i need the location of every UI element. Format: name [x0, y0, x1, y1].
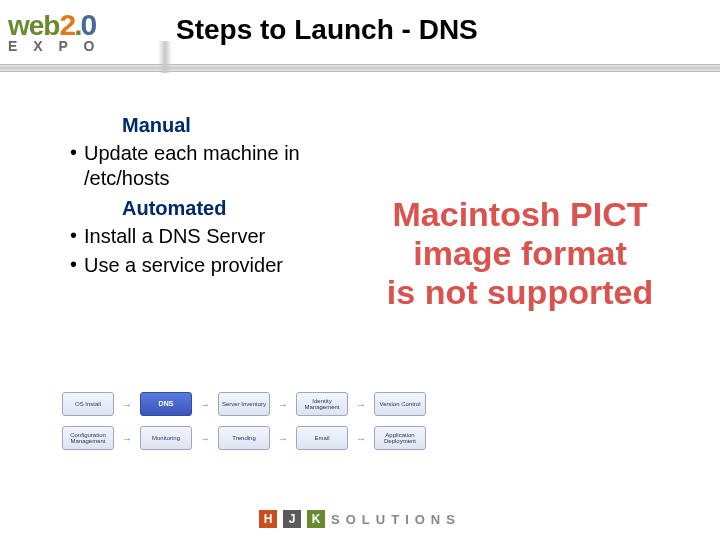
flow-server-inventory: Server Inventory — [218, 392, 270, 416]
flow-trending: Trending — [218, 426, 270, 450]
arrow-icon: → — [356, 433, 366, 444]
logo-two: 2 — [59, 8, 74, 41]
flow-monitoring: Monitoring — [140, 426, 192, 450]
flow-dns: DNS — [140, 392, 192, 416]
flow-version-control: Version Control — [374, 392, 426, 416]
bullet-text: Update each machine in /etc/hosts — [84, 141, 370, 191]
bullet-text: Use a service provider — [84, 253, 283, 278]
arrow-icon: → — [278, 399, 288, 410]
bullet-item: • Update each machine in /etc/hosts — [70, 141, 370, 191]
slide-title: Steps to Launch - DNS — [168, 8, 720, 56]
arrow-icon: → — [356, 399, 366, 410]
flow-email: Email — [296, 426, 348, 450]
footer-text: SOLUTIONS — [331, 512, 461, 527]
bullet-item: • Install a DNS Server — [70, 224, 370, 249]
web20expo-logo: web2.0 E X P O — [8, 8, 168, 64]
arrow-icon: → — [278, 433, 288, 444]
pict-line1: Macintosh PICT — [330, 195, 710, 234]
logo-zero: 0 — [81, 8, 96, 41]
workflow-diagram: OS Install→ DNS→ Server Inventory→ Ident… — [62, 392, 426, 450]
flow-app-deployment: Application Deployment — [374, 426, 426, 450]
pict-line2: image format — [330, 234, 710, 273]
manual-heading: Manual — [122, 114, 370, 137]
pict-line3: is not supported — [330, 273, 710, 312]
pict-error-message: Macintosh PICT image format is not suppo… — [330, 195, 710, 312]
arrow-icon: → — [200, 433, 210, 444]
logo-h-icon: H — [259, 510, 277, 528]
logo-web-text: web — [8, 10, 59, 41]
bullet-dot-icon: • — [70, 224, 84, 249]
bullet-text: Install a DNS Server — [84, 224, 265, 249]
arrow-icon: → — [200, 399, 210, 410]
logo-expo-text: E X P O — [8, 38, 168, 54]
workflow-row-1: OS Install→ DNS→ Server Inventory→ Ident… — [62, 392, 426, 416]
flow-os-install: OS Install — [62, 392, 114, 416]
flow-identity-management: Identity Management — [296, 392, 348, 416]
workflow-row-2: Configuration Management→ Monitoring→ Tr… — [62, 426, 426, 450]
logo-j-icon: J — [283, 510, 301, 528]
bullet-item: • Use a service provider — [70, 253, 370, 278]
content-area: Manual • Update each machine in /etc/hos… — [60, 108, 370, 278]
logo-k-icon: K — [307, 510, 325, 528]
arrow-icon: → — [122, 399, 132, 410]
divider — [0, 64, 720, 72]
arrow-icon: → — [122, 433, 132, 444]
footer: H J K SOLUTIONS — [0, 509, 720, 528]
hjk-solutions-logo: H J K SOLUTIONS — [259, 510, 461, 528]
bullet-dot-icon: • — [70, 141, 84, 191]
bullet-dot-icon: • — [70, 253, 84, 278]
flow-config-management: Configuration Management — [62, 426, 114, 450]
